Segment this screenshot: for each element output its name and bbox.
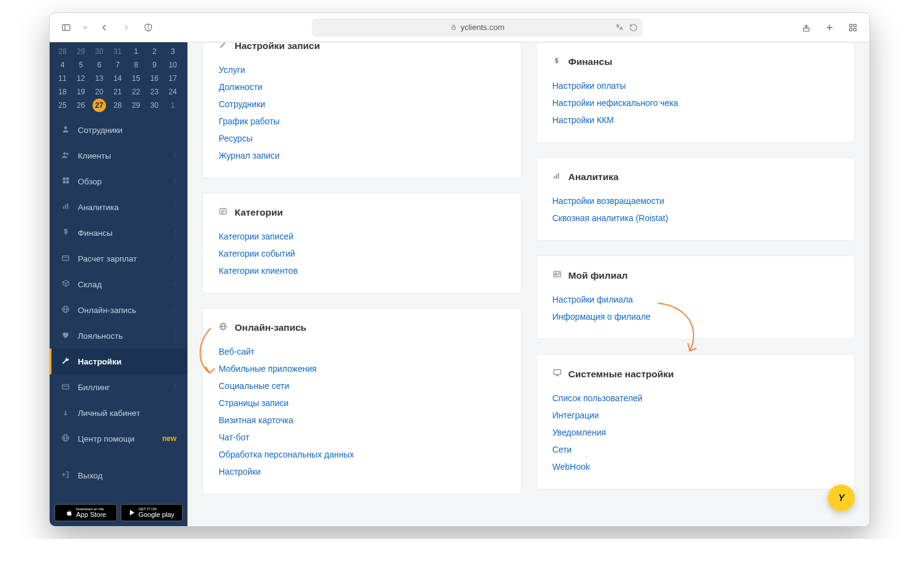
calendar-day[interactable]: 28 (53, 45, 72, 58)
sidebar-item-3[interactable]: Аналитика〈 (50, 194, 187, 220)
calendar-day[interactable]: 30 (90, 45, 108, 58)
sidebar-item-11[interactable]: Личный кабинет (50, 400, 187, 426)
sidebar-item-label: Онлайн-запись (78, 306, 136, 315)
calendar-day[interactable]: 29 (72, 45, 90, 58)
settings-link[interactable]: Социальные сети (219, 377, 505, 394)
calendar-day[interactable]: 8 (127, 58, 145, 72)
settings-link[interactable]: Услуги (219, 61, 505, 78)
calendar-day[interactable]: 5 (72, 58, 90, 72)
calendar-day[interactable]: 31 (108, 45, 127, 58)
settings-link[interactable]: Визитная карточка (219, 412, 505, 429)
googleplay-button[interactable]: GET IT ONGoogle play (121, 504, 183, 521)
sidebar-item-10[interactable]: Биллинг〈 (50, 374, 187, 400)
settings-link[interactable]: Мобильные приложения (219, 360, 505, 377)
sidebar-item-9[interactable]: Настройки (50, 349, 187, 374)
calendar-day[interactable]: 29 (127, 99, 145, 112)
settings-link[interactable]: Чат-бот (219, 429, 505, 446)
sidebar-item-8[interactable]: Лояльность〈 (50, 323, 187, 349)
settings-link[interactable]: Ресурсы (219, 130, 505, 147)
calendar-day[interactable]: 1 (127, 45, 145, 58)
share-icon[interactable] (800, 21, 813, 34)
calendar-day[interactable]: 6 (90, 58, 108, 72)
settings-link[interactable]: Категории событий (219, 245, 505, 262)
translate-icon[interactable] (615, 23, 624, 32)
sidebar-toggle-icon[interactable] (59, 21, 73, 34)
settings-link[interactable]: Сети (553, 441, 839, 458)
help-fab[interactable]: Y (828, 484, 855, 511)
calendar-day[interactable]: 25 (53, 99, 72, 112)
apple-icon (65, 508, 74, 517)
calendar-day[interactable]: 26 (72, 99, 90, 112)
settings-link[interactable]: Обработка персональных данных (219, 446, 505, 463)
calendar-day[interactable]: 18 (53, 85, 72, 99)
calendar-day[interactable]: 11 (53, 72, 72, 85)
sidebar-item-4[interactable]: Финансы〈 (50, 220, 187, 246)
calendar-day[interactable]: 2 (145, 45, 164, 58)
calendar-day[interactable]: 21 (108, 85, 127, 99)
calendar-day[interactable]: 9 (145, 58, 164, 72)
svg-rect-38 (554, 176, 555, 179)
settings-link[interactable]: Информация о филиале (553, 308, 839, 325)
calendar-day[interactable]: 4 (53, 58, 72, 72)
sidebar-item-1[interactable]: Клиенты〈 (50, 143, 187, 168)
appstore-button[interactable]: Download on theApp Store (55, 504, 117, 521)
settings-link[interactable]: Страницы записи (219, 394, 505, 412)
settings-link[interactable]: Журнал записи (219, 147, 505, 164)
calendar-day[interactable]: 1 (164, 99, 182, 112)
card-title: Финансы (553, 56, 839, 67)
calendar-day[interactable]: 20 (90, 85, 108, 99)
chevron-down-icon[interactable] (81, 21, 89, 34)
settings-link[interactable]: Настройки ККМ (553, 111, 839, 129)
settings-link[interactable]: Настройки филиала (553, 291, 839, 308)
svg-rect-19 (67, 203, 68, 209)
calendar-day[interactable]: 19 (72, 85, 90, 99)
settings-link[interactable]: Настройки оплаты (553, 77, 839, 94)
settings-link[interactable]: WebHook (553, 458, 839, 475)
sidebar-item-label: Аналитика (78, 203, 119, 212)
new-tab-icon[interactable] (823, 21, 836, 34)
sidebar-item-2[interactable]: Обзор〈 (50, 168, 187, 194)
calendar-day[interactable]: 28 (108, 99, 127, 112)
sidebar-item-0[interactable]: Сотрудники (50, 117, 187, 143)
address-bar[interactable]: yclients.com (312, 18, 643, 37)
sidebar-item-5[interactable]: Расчет зарплат〈 (50, 246, 187, 271)
calendar-day[interactable]: 17 (164, 72, 182, 85)
settings-link[interactable]: Интеграции (553, 407, 839, 424)
calendar-day[interactable]: 10 (164, 58, 182, 72)
calendar-day[interactable]: 23 (145, 85, 164, 99)
calendar-day[interactable]: 7 (108, 58, 127, 72)
settings-link[interactable]: Настройки нефискального чека (553, 94, 839, 111)
forward-button[interactable] (119, 21, 133, 34)
settings-link[interactable]: Настройки (219, 463, 505, 480)
calendar-day[interactable]: 30 (145, 99, 164, 112)
svg-rect-7 (853, 24, 856, 26)
back-button[interactable] (97, 21, 111, 34)
mini-calendar[interactable]: 2829303112345678910111213141516171819202… (50, 42, 187, 117)
calendar-day[interactable]: 22 (127, 85, 145, 99)
calendar-day[interactable]: 27 (93, 99, 106, 112)
calendar-day[interactable]: 13 (90, 72, 108, 85)
settings-link[interactable]: Сквозная аналитика (Roistat) (553, 209, 839, 227)
tabs-overview-icon[interactable] (846, 21, 860, 34)
calendar-day[interactable]: 14 (108, 72, 127, 85)
sidebar-item-6[interactable]: Склад〈 (50, 271, 187, 297)
sidebar-item-13[interactable]: Выход (50, 462, 187, 488)
sidebar-item-7[interactable]: Онлайн-запись〈 (50, 297, 187, 323)
settings-link[interactable]: Уведомления (553, 424, 839, 441)
settings-link[interactable]: Сотрудники (219, 96, 505, 113)
calendar-day[interactable]: 24 (164, 85, 182, 99)
reload-icon[interactable] (629, 23, 638, 32)
settings-link[interactable]: Категории клиентов (219, 262, 505, 279)
settings-link[interactable]: Категории записей (219, 228, 505, 245)
calendar-day[interactable]: 16 (145, 72, 164, 85)
settings-link[interactable]: Список пользователей (553, 390, 839, 407)
settings-link[interactable]: Должности (219, 78, 505, 96)
calendar-day[interactable]: 3 (164, 45, 182, 58)
calendar-day[interactable]: 12 (72, 72, 90, 85)
shield-icon[interactable] (142, 21, 155, 34)
settings-link[interactable]: Веб-сайт (219, 343, 505, 360)
settings-link[interactable]: График работы (219, 113, 505, 130)
sidebar-item-12[interactable]: Центр помощиnew (50, 426, 187, 451)
settings-link[interactable]: Настройки возвращаемости (553, 192, 839, 209)
calendar-day[interactable]: 15 (127, 72, 145, 85)
